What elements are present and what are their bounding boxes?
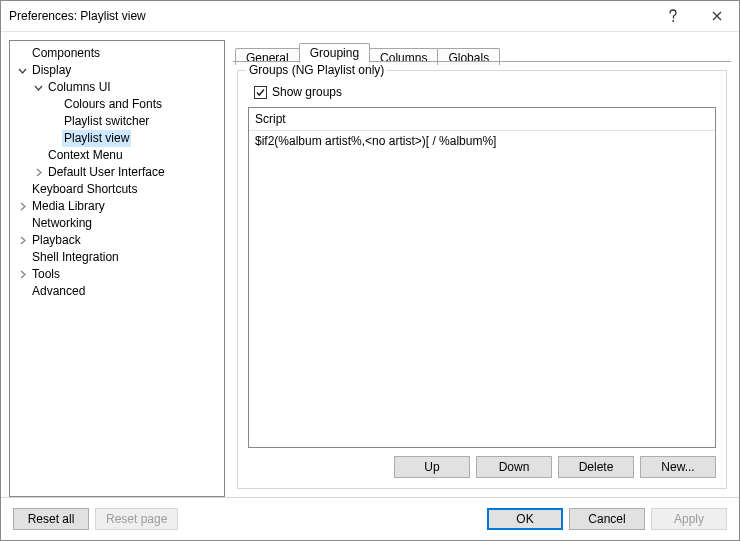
tree-item-label: Media Library (30, 198, 107, 215)
tab-globals[interactable]: Globals (437, 48, 500, 65)
tree-twisty-empty (48, 133, 60, 145)
tree-item[interactable]: Playback (10, 232, 224, 249)
tree-item-label: Display (30, 62, 73, 79)
chevron-down-icon[interactable] (16, 65, 28, 77)
window-title: Preferences: Playlist view (9, 9, 651, 23)
help-button[interactable] (651, 1, 695, 31)
script-listview[interactable]: Script $if2(%album artist%,<no artist>)[… (248, 107, 716, 448)
tree-item[interactable]: Playlist switcher (10, 113, 224, 130)
preferences-window: Preferences: Playlist view ComponentsDis… (0, 0, 740, 541)
tree-item[interactable]: Columns UI (10, 79, 224, 96)
close-button[interactable] (695, 1, 739, 31)
chevron-right-icon[interactable] (16, 201, 28, 213)
show-groups-checkbox[interactable] (254, 86, 267, 99)
tree-item-label: Components (30, 45, 102, 62)
tab-grouping[interactable]: Grouping (299, 43, 370, 63)
chevron-down-icon[interactable] (32, 82, 44, 94)
titlebar: Preferences: Playlist view (1, 1, 739, 32)
tree-item[interactable]: Colours and Fonts (10, 96, 224, 113)
listview-header-script: Script (255, 112, 286, 126)
tree-item[interactable]: Playlist view (10, 130, 224, 147)
svg-point-0 (672, 20, 674, 22)
ok-button[interactable]: OK (487, 508, 563, 530)
tree-item-label: Colours and Fonts (62, 96, 164, 113)
tree-item-label: Context Menu (46, 147, 125, 164)
tree-item-label: Tools (30, 266, 62, 283)
new-button[interactable]: New... (640, 456, 716, 478)
up-button[interactable]: Up (394, 456, 470, 478)
bottom-bar: Reset all Reset page OK Cancel Apply (1, 497, 739, 540)
tree-twisty-empty (16, 286, 28, 298)
tree-item-label: Shell Integration (30, 249, 121, 266)
tree-item[interactable]: Keyboard Shortcuts (10, 181, 224, 198)
listview-header[interactable]: Script (249, 108, 715, 131)
tree-twisty-empty (32, 150, 44, 162)
tree-item-label: Networking (30, 215, 94, 232)
tree-item[interactable]: Media Library (10, 198, 224, 215)
tree-item-label: Keyboard Shortcuts (30, 181, 139, 198)
show-groups-label[interactable]: Show groups (272, 85, 342, 99)
tree-item-label: Columns UI (46, 79, 113, 96)
chevron-right-icon[interactable] (32, 167, 44, 179)
groups-groupbox: Groups (NG Playlist only) Show groups (237, 70, 727, 489)
list-row-text: $if2(%album artist%,<no artist>)[ / %alb… (255, 134, 496, 148)
tree-item-label: Advanced (30, 283, 87, 300)
tree-twisty-empty (48, 116, 60, 128)
chevron-right-icon[interactable] (16, 269, 28, 281)
down-button[interactable]: Down (476, 456, 552, 478)
tab-label: Globals (448, 51, 489, 65)
chevron-right-icon[interactable] (16, 235, 28, 247)
tree-twisty-empty (16, 184, 28, 196)
tree-item[interactable]: Context Menu (10, 147, 224, 164)
apply-button[interactable]: Apply (651, 508, 727, 530)
tree-item[interactable]: Display (10, 62, 224, 79)
tree-item-label: Playback (30, 232, 83, 249)
group-buttons: Up Down Delete New... (248, 456, 716, 478)
cancel-button[interactable]: Cancel (569, 508, 645, 530)
tree-item[interactable]: Components (10, 45, 224, 62)
main-area: ComponentsDisplayColumns UIColours and F… (1, 32, 739, 497)
reset-all-button[interactable]: Reset all (13, 508, 89, 530)
tree-twisty-empty (16, 48, 28, 60)
tree-twisty-empty (16, 252, 28, 264)
dialog-body: ComponentsDisplayColumns UIColours and F… (1, 32, 739, 540)
tree-twisty-empty (48, 99, 60, 111)
tree-item[interactable]: Advanced (10, 283, 224, 300)
tab-label: Grouping (310, 46, 359, 60)
delete-button[interactable]: Delete (558, 456, 634, 478)
tabbar: GeneralGroupingColumnsGlobals (233, 40, 731, 62)
tree-item-label: Playlist view (62, 130, 131, 147)
tree-item[interactable]: Networking (10, 215, 224, 232)
tree-item[interactable]: Shell Integration (10, 249, 224, 266)
tree-item-label: Playlist switcher (62, 113, 151, 130)
nav-tree[interactable]: ComponentsDisplayColumns UIColours and F… (9, 40, 225, 497)
tree-twisty-empty (16, 218, 28, 230)
tree-item[interactable]: Tools (10, 266, 224, 283)
reset-page-button[interactable]: Reset page (95, 508, 178, 530)
show-groups-row: Show groups (248, 85, 716, 99)
groupbox-legend: Groups (NG Playlist only) (246, 63, 387, 77)
tab-panel-grouping: Groups (NG Playlist only) Show groups (233, 62, 731, 497)
content-panel: GeneralGroupingColumnsGlobals Groups (NG… (233, 40, 731, 497)
checkmark-icon (255, 87, 266, 98)
tree-item[interactable]: Default User Interface (10, 164, 224, 181)
tree-item-label: Default User Interface (46, 164, 167, 181)
list-row[interactable]: $if2(%album artist%,<no artist>)[ / %alb… (249, 131, 715, 151)
